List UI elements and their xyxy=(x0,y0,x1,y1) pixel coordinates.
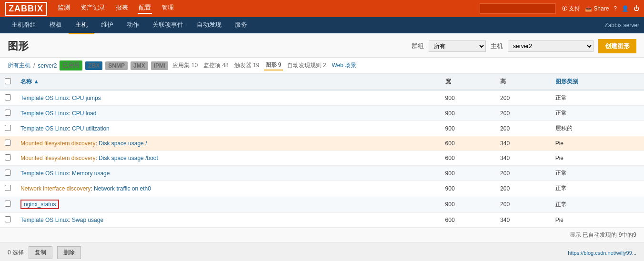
create-graph-button[interactable]: 创建图形 xyxy=(598,39,636,53)
nav-monitor[interactable]: 监测 xyxy=(57,3,71,14)
subnav-correlations[interactable]: 关联项事件 xyxy=(146,17,190,34)
graph-link[interactable]: nginx_status xyxy=(20,200,59,209)
subnav-hostgroups[interactable]: 主机群组 xyxy=(5,17,43,34)
table-row-height: 200 xyxy=(495,121,551,136)
share-link[interactable]: 📤 Share xyxy=(585,5,609,12)
zbx-tag: ZBX xyxy=(85,61,102,70)
graph-suffix-link[interactable]: Network traffic on eth0 xyxy=(94,185,151,192)
table-row-width: 600 xyxy=(441,213,496,228)
type-header[interactable]: 图形类别 xyxy=(551,74,644,90)
nav-reports[interactable]: 报表 xyxy=(115,3,129,14)
graph-prefix-link[interactable]: Mounted filesystem discovery xyxy=(20,140,95,147)
name-header[interactable]: 名称 ▲ xyxy=(16,74,441,90)
table-row-height: 200 xyxy=(495,166,551,181)
subnav-actions[interactable]: 动作 xyxy=(120,17,146,34)
nav-admin[interactable]: 管理 xyxy=(161,3,175,14)
graph-prefix-link[interactable]: Template OS Linux xyxy=(20,170,69,177)
help-icon[interactable]: ? xyxy=(614,5,617,12)
graph-prefix-link[interactable]: Template OS Linux xyxy=(20,217,69,223)
row-checkbox[interactable] xyxy=(5,185,11,191)
table-row-type: 层积的 xyxy=(551,121,644,136)
graph-suffix-link[interactable]: Disk space usage / xyxy=(99,140,147,147)
table-row-type: 正常 xyxy=(551,90,644,106)
table-row-type: Pie xyxy=(551,213,644,228)
table-row-height: 340 xyxy=(495,136,551,151)
top-nav-links: 监测 资产记录 报表 配置 管理 xyxy=(57,3,480,14)
graph-suffix-link[interactable]: CPU load xyxy=(72,110,96,117)
tab-graphs[interactable]: 图形 9 xyxy=(264,60,283,70)
page-title: 图形 xyxy=(8,39,29,53)
row-checkbox[interactable] xyxy=(5,201,11,207)
graph-suffix-link[interactable]: CPU jumps xyxy=(72,95,101,101)
ipmi-tag: IPMI xyxy=(151,61,169,70)
row-checkbox[interactable] xyxy=(5,125,11,131)
breadcrumb-separator: / xyxy=(33,62,35,69)
table-row-name: Template OS Linux: CPU load xyxy=(16,106,441,121)
graph-prefix-link[interactable]: Template OS Linux xyxy=(20,110,69,117)
support-link[interactable]: 🛈 支持 xyxy=(562,5,580,13)
filter-area: 群组 所有 主机 server2 创建图形 xyxy=(412,39,636,53)
graph-prefix-link[interactable]: Network interface discovery xyxy=(20,185,91,192)
delete-button[interactable]: 删除 xyxy=(57,246,81,259)
host-filter-label: 主机 xyxy=(491,42,503,50)
table-row-name: Template OS Linux: CPU jumps xyxy=(16,90,441,106)
graph-prefix-link[interactable]: Template OS Linux xyxy=(20,95,69,101)
subnav-autodiscovery[interactable]: 自动发现 xyxy=(190,17,228,34)
host-filter-select[interactable]: server2 xyxy=(508,40,594,52)
subnav-maintenance[interactable]: 维护 xyxy=(94,17,120,34)
row-checkbox[interactable] xyxy=(5,94,11,100)
graph-suffix-link[interactable]: CPU utilization xyxy=(72,125,110,132)
page-header: 图形 群组 所有 主机 server2 创建图形 xyxy=(0,33,644,58)
row-checkbox[interactable] xyxy=(5,216,11,222)
user-icon[interactable]: 👤 xyxy=(622,5,629,12)
row-checkbox[interactable] xyxy=(5,170,11,176)
subnav-hosts[interactable]: 主机 xyxy=(69,17,94,34)
table-row-height: 200 xyxy=(495,106,551,121)
tab-triggers[interactable]: 触发器 19 xyxy=(233,61,261,70)
table-row-type: Pie xyxy=(551,151,644,166)
tab-applications[interactable]: 应用集 10 xyxy=(171,61,199,70)
row-checkbox[interactable] xyxy=(5,154,11,161)
nav-assets[interactable]: 资产记录 xyxy=(80,3,106,14)
bottom-bar-left: 0 选择 复制 删除 xyxy=(8,246,81,259)
width-header: 宽 xyxy=(441,74,496,90)
zabbix-server-label: Zabbix server xyxy=(604,22,639,29)
row-checkbox[interactable] xyxy=(5,110,11,116)
copy-button[interactable]: 复制 xyxy=(29,246,52,259)
group-filter-select[interactable]: 所有 xyxy=(429,40,486,52)
graph-suffix-link[interactable]: Swap usage xyxy=(72,217,103,223)
table-row-width: 900 xyxy=(441,106,496,121)
tab-items[interactable]: 监控项 48 xyxy=(202,61,230,70)
graph-prefix-link[interactable]: Mounted filesystem discovery xyxy=(20,155,95,161)
graph-suffix-link[interactable]: Disk space usage /boot xyxy=(99,155,158,161)
search-input[interactable] xyxy=(480,3,556,14)
subnav-services[interactable]: 服务 xyxy=(228,17,254,34)
table-row-width: 900 xyxy=(441,166,496,181)
current-host-link[interactable]: server2 xyxy=(38,62,57,69)
table-row-name: Template OS Linux: Memory usage xyxy=(16,166,441,181)
table-footer: 显示 已自动发现的 9中的9 xyxy=(0,228,644,242)
table-row-width: 900 xyxy=(441,181,496,196)
table-row-name: Network interface discovery: Network tra… xyxy=(16,181,441,196)
zabbix-logo: ZABBIX xyxy=(5,2,47,16)
select-all-checkbox[interactable] xyxy=(5,78,11,84)
graph-suffix-link[interactable]: Memory usage xyxy=(72,170,110,177)
tab-web[interactable]: Web 场景 xyxy=(331,61,358,70)
graph-prefix-link[interactable]: Template OS Linux xyxy=(20,125,69,132)
table-row-name: Template OS Linux: Swap usage xyxy=(16,213,441,228)
bottom-bar: 0 选择 复制 删除 https://blog.csdn.net/willy99… xyxy=(0,242,644,261)
table-row-width: 900 xyxy=(441,90,496,106)
top-nav-icons: 🛈 支持 📤 Share ? 👤 ⏻ xyxy=(562,5,639,13)
tab-discovery[interactable]: 自动发现规则 2 xyxy=(286,61,328,70)
all-hosts-link[interactable]: 所有主机 xyxy=(8,61,30,70)
graphs-table: 名称 ▲ 宽 高 图形类别 Template OS Linux: CPU jum… xyxy=(0,74,644,228)
table-row-width: 600 xyxy=(441,151,496,166)
table-row-width: 600 xyxy=(441,136,496,151)
row-checkbox[interactable] xyxy=(5,140,11,146)
sub-nav: 主机群组 模板 主机 维护 动作 关联项事件 自动发现 服务 Zabbix se… xyxy=(0,17,644,33)
table-row-height: 340 xyxy=(495,151,551,166)
power-icon[interactable]: ⏻ xyxy=(634,5,639,12)
nav-config[interactable]: 配置 xyxy=(138,3,152,14)
table-row-name: Mounted filesystem discovery: Disk space… xyxy=(16,151,441,166)
subnav-templates[interactable]: 模板 xyxy=(43,17,69,34)
